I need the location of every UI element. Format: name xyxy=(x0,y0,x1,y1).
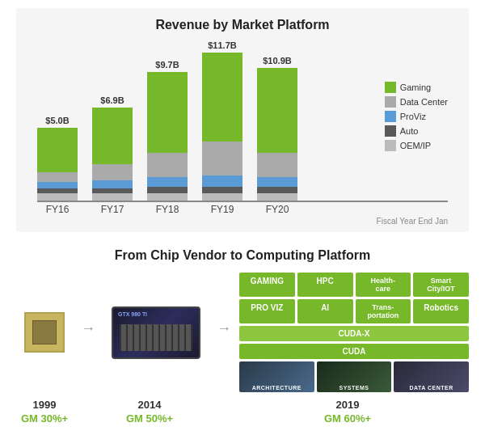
platform-row2: PRO VIZ AI Trans-portation Robotics xyxy=(239,299,469,323)
bar-fy20-oem xyxy=(257,193,297,201)
bar-fy20-gaming xyxy=(257,68,297,153)
year-2014-label: 2014 xyxy=(138,399,162,411)
bar-fy20-auto xyxy=(257,187,297,193)
bar-fy16-gaming xyxy=(37,128,78,172)
bar-fy17-proviz xyxy=(92,180,133,188)
cuda-row: CUDA xyxy=(239,344,469,359)
bar-fy16-proviz xyxy=(37,182,78,188)
bar-fy20-dc xyxy=(257,153,297,177)
datacenter-cell: DATA CENTER xyxy=(394,361,469,392)
bar-fy18-stack xyxy=(147,72,188,201)
cell-gaming: GAMING xyxy=(239,273,295,297)
bars-container: $5.0B $6.9B xyxy=(37,40,372,201)
legend-oem-label: OEM/IP xyxy=(400,141,432,150)
year-item-2019: 2019 GM 60%+ xyxy=(226,399,469,425)
bar-fy20-proviz xyxy=(257,177,297,187)
timeline-1999 xyxy=(16,273,73,392)
bar-fy16-oem xyxy=(37,193,78,201)
bar-fy19-label: $11.7B xyxy=(208,40,236,50)
bar-fy18: $9.7B xyxy=(147,60,188,201)
bar-fy17: $6.9B xyxy=(92,95,133,201)
cell-robotics: Robotics xyxy=(413,299,469,323)
bar-fy18-gaming xyxy=(147,72,188,153)
platform-section: From Chip Vendor to Computing Platform →… xyxy=(16,245,469,428)
revenue-chart-section: Revenue by Market Platform $5.0B xyxy=(16,8,469,232)
years-row: 1999 GM 30%+ 2014 GM 50%+ 2019 GM 60%+ xyxy=(16,399,469,425)
bar-fy19-gaming xyxy=(202,53,242,142)
chip-image xyxy=(24,312,65,353)
year-1999-label: 1999 xyxy=(33,399,57,411)
platform-row1: GAMING HPC Health-care SmartCity/IOT xyxy=(239,273,469,297)
bar-fy18-label: $9.7B xyxy=(155,60,179,70)
bar-fy16-dc xyxy=(37,172,78,182)
cell-hpc: HPC xyxy=(297,273,353,297)
legend-datacenter-color xyxy=(385,96,396,108)
legend-datacenter-label: Data Center xyxy=(400,97,448,107)
legend-proviz: ProViz xyxy=(385,111,448,122)
arrow-1: → xyxy=(81,273,95,392)
cell-ai: AI xyxy=(297,299,353,323)
bar-fy16: $5.0B xyxy=(37,116,78,201)
bar-fy19-dc xyxy=(202,142,242,175)
bar-fy19: $11.7B xyxy=(202,40,242,201)
gpu-image xyxy=(112,306,200,359)
legend-gaming-label: Gaming xyxy=(400,82,432,92)
cell-smartcity: SmartCity/IOT xyxy=(413,273,469,297)
platform-title: From Chip Vendor to Computing Platform xyxy=(16,248,469,263)
bar-fy19-proviz xyxy=(202,175,242,187)
legend-auto-color xyxy=(385,125,396,137)
bar-fy18-proviz xyxy=(147,177,188,187)
bar-fy17-gaming xyxy=(92,108,133,164)
bar-fy19-auto xyxy=(202,187,242,193)
chart-legend: Gaming Data Center ProViz Auto OEM/IP xyxy=(385,82,448,151)
page: Revenue by Market Platform $5.0B xyxy=(0,0,485,436)
bar-fy20: $10.9B xyxy=(257,56,297,201)
cell-transportation: Trans-portation xyxy=(356,299,411,323)
cell-healthcare: Health-care xyxy=(356,273,411,297)
year-item-2014: 2014 GM 50%+ xyxy=(97,399,202,425)
timeline-2014 xyxy=(103,273,209,392)
bar-fy20-label: $10.9B xyxy=(263,56,291,66)
gpu-image-container xyxy=(112,273,200,392)
architecture-cell: ARCHITECTURE xyxy=(239,361,314,392)
year-1999-gm: GM 30%+ xyxy=(21,412,68,425)
bar-fy17-oem xyxy=(92,193,133,201)
bar-fy16-label: $5.0B xyxy=(45,116,69,125)
platform-grid: GAMING HPC Health-care SmartCity/IOT PRO… xyxy=(239,273,469,392)
x-label-fy18: FY18 xyxy=(147,204,188,215)
arrow-2: → xyxy=(217,273,231,392)
bar-fy18-auto xyxy=(147,187,188,193)
cuda-x-row: CUDA-X xyxy=(239,326,469,341)
datacenter-label: DATA CENTER xyxy=(394,385,469,391)
x-label-fy17: FY17 xyxy=(92,204,133,215)
architecture-label: ARCHITECTURE xyxy=(239,385,314,391)
bar-fy18-dc xyxy=(147,153,188,177)
chart-baseline xyxy=(37,201,448,202)
bar-fy17-label: $6.9B xyxy=(100,95,124,105)
bar-fy19-oem xyxy=(202,193,242,201)
year-2019-gm: GM 60%+ xyxy=(324,412,371,425)
legend-proviz-color xyxy=(385,111,396,122)
bar-fy17-dc xyxy=(92,164,133,180)
bar-fy19-stack xyxy=(202,53,242,201)
bar-fy16-stack xyxy=(37,128,78,201)
bar-fy20-stack xyxy=(257,68,297,201)
legend-gaming-color xyxy=(385,82,396,93)
legend-gaming: Gaming xyxy=(385,82,448,93)
fiscal-note: Fiscal Year End Jan xyxy=(29,217,456,226)
x-labels: FY16 FY17 FY18 FY19 FY20 xyxy=(29,204,456,215)
x-label-fy16: FY16 xyxy=(37,204,78,215)
platform-images-row: ARCHITECTURE SYSTEMS DATA CENTER xyxy=(239,361,469,392)
chip-image-container xyxy=(24,273,65,392)
legend-oem: OEM/IP xyxy=(385,140,448,151)
bar-fy18-oem xyxy=(147,193,188,201)
systems-label: SYSTEMS xyxy=(317,385,392,391)
x-label-fy19: FY19 xyxy=(202,204,242,215)
legend-oem-color xyxy=(385,140,396,151)
legend-auto-label: Auto xyxy=(400,126,419,136)
legend-proviz-label: ProViz xyxy=(400,112,426,121)
legend-datacenter: Data Center xyxy=(385,96,448,108)
legend-auto: Auto xyxy=(385,125,448,137)
year-2019-label: 2019 xyxy=(336,399,360,411)
x-label-fy20: FY20 xyxy=(257,204,297,215)
